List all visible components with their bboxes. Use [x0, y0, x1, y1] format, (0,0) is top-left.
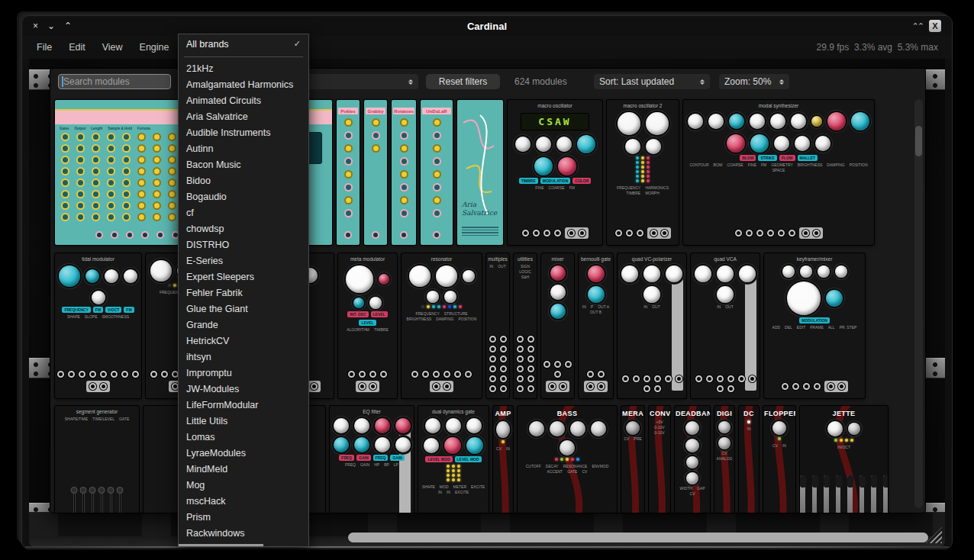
brand-menu-item[interactable]: Expert Sleepers: [179, 269, 308, 285]
rack-horizontal-scrollbar[interactable]: [348, 533, 928, 542]
brand-menu-item[interactable]: Audible Instruments: [179, 125, 308, 141]
module-card[interactable]: DIGICVANALOG: [714, 406, 734, 513]
brand-menu-item[interactable]: 21kHz: [179, 61, 308, 77]
module-card[interactable]: AriaSalvatrice: [457, 100, 503, 245]
module-card[interactable]: meta modulatorINT. OSCLEVELLEVELALGORITH…: [338, 253, 397, 398]
module-card[interactable]: quad VCAINOUT: [691, 253, 760, 398]
brand-menu-item[interactable]: Autinn: [179, 141, 308, 157]
brand-menu-item[interactable]: Little Utils: [179, 414, 308, 430]
module-card[interactable]: FLOPPERCVIN: [763, 406, 795, 513]
module-card[interactable]: EQ filterFREQGAINFREQGAINFREQGAINHPBPLP: [330, 406, 414, 513]
brand-menu-item[interactable]: Prism: [179, 510, 308, 526]
led-indicator: [845, 439, 848, 442]
jack: [400, 231, 408, 239]
param-label: SIGN: [521, 264, 530, 269]
module-title: modal synthesizer: [683, 100, 874, 109]
sort-select[interactable]: Sort: Last updated: [594, 74, 710, 89]
module-card[interactable]: macro oscillator 2FREQUENCYHARMONICSTIMB…: [607, 100, 679, 245]
knob: [791, 114, 806, 129]
brand-menu-item[interactable]: Grande: [179, 317, 308, 333]
zoom-select[interactable]: Zoom: 50%: [719, 74, 789, 89]
module-card[interactable]: resonatorFREQUENCYSTRUCTUREBRIGHTNESSDAM…: [402, 253, 482, 398]
brand-menu-item[interactable]: HetrickCV: [179, 333, 308, 349]
module-title: CONV: [649, 406, 670, 418]
param-label: P: [591, 304, 593, 309]
menu-item-engine[interactable]: Engine: [131, 39, 178, 56]
brand-menu-item[interactable]: cf: [179, 205, 308, 221]
knob: [107, 179, 115, 187]
jack: [500, 375, 507, 382]
module-card[interactable]: segment generatorSHAPE/TIMETIME/LEVELGAT…: [55, 406, 139, 513]
brand-menu-item[interactable]: LifeFormModular: [179, 397, 308, 414]
scrollbar-thumb[interactable]: [915, 126, 922, 156]
knob: [92, 167, 100, 175]
param-label-chip: LEVEL MOD: [425, 456, 452, 462]
module-card[interactable]: DEADBANDWIDTHGAPCV: [675, 406, 710, 513]
module-card[interactable]: JETTEIN/OCT: [800, 406, 888, 513]
module-card[interactable]: UnDuLaR: [421, 100, 453, 245]
knob: [534, 157, 553, 175]
brand-menu-item[interactable]: Glue the Giant: [179, 301, 308, 317]
brand-menu-item[interactable]: E-Series: [179, 253, 308, 269]
knob: [550, 421, 565, 436]
brand-menu-item[interactable]: Bacon Music: [179, 157, 308, 173]
module-card[interactable]: MERACVPRE: [621, 406, 644, 513]
module-card[interactable]: AMPCVIN: [493, 406, 513, 513]
module-card[interactable]: bernoulli gateINPOUT AOUT B: [579, 253, 613, 398]
menu-item-view[interactable]: View: [94, 39, 131, 56]
brand-menu-item[interactable]: ihtsyn: [179, 349, 308, 365]
knob: [625, 139, 640, 154]
brand-menu-item[interactable]: MindMeld: [179, 462, 308, 478]
search-input[interactable]: [58, 74, 171, 89]
module-card[interactable]: utilitiesSIGNLOGICS&H: [514, 253, 537, 398]
browser-vertical-scrollbar[interactable]: [914, 99, 923, 508]
param-label-chip: STRIKE: [758, 155, 776, 161]
brand-menu-item[interactable]: Rackwindows: [179, 526, 308, 542]
brand-menu-item[interactable]: Amalgamated Harmonics: [179, 77, 308, 93]
module-card[interactable]: Grabby: [364, 100, 387, 245]
module-card[interactable]: mixer: [541, 253, 574, 398]
module-card[interactable]: keyframer/mixerMODULATIONADDDELEDITFRAME…: [764, 253, 865, 398]
brand-menu-item[interactable]: Bidoo: [179, 173, 308, 189]
knob: [168, 201, 176, 210]
menu-item-edit[interactable]: Edit: [60, 39, 94, 56]
brand-menu-item[interactable]: Impromptu: [179, 365, 308, 381]
brand-menu-item[interactable]: Bogaudio: [179, 189, 308, 205]
module-card[interactable]: multiplesINOUT: [486, 253, 509, 398]
knob: [92, 213, 100, 221]
knob: [466, 418, 482, 433]
module-card[interactable]: macro oscillatorCSAWTIMBREMODULATIONCOLO…: [508, 100, 602, 245]
module-display: CSAW: [521, 113, 589, 130]
module-card[interactable]: Rotatoes: [392, 100, 416, 245]
knob: [105, 269, 118, 283]
brand-menu-item[interactable]: Animated Circuits: [179, 93, 308, 109]
brand-menu-item[interactable]: DISTRHO: [179, 237, 308, 253]
knob: [550, 266, 566, 281]
slider: [824, 475, 829, 513]
collapse-chevrons-icon[interactable]: ⌃⌃: [912, 21, 923, 31]
module-card[interactable]: BASSCUTOFFDECAYRESONANCEENVMODACCENTGATE…: [518, 406, 617, 513]
module-card[interactable]: CONV+5V0-10V0-10V: [649, 406, 670, 513]
module-card[interactable]: DCIN: [739, 406, 759, 513]
brand-menu-item[interactable]: Aria Salvatrice: [179, 109, 308, 125]
brand-menu-item-selected[interactable]: All brands ✓: [179, 34, 308, 53]
module-card[interactable]: quad VC-polarizerINOUT: [618, 253, 686, 398]
module-card[interactable]: dual dynamics gateLEVEL MODLEVEL MODSHAP…: [418, 406, 489, 513]
brand-menu-item[interactable]: LyraeModules: [179, 446, 308, 462]
reset-filters-button[interactable]: Reset filters: [426, 74, 500, 89]
led-indicator: [636, 179, 639, 182]
brand-menu-item[interactable]: Mog: [179, 478, 308, 494]
module-card[interactable]: Pokles: [337, 100, 360, 245]
module-title: keyframer/mixer: [764, 253, 865, 262]
jack: [89, 383, 96, 390]
menu-item-file[interactable]: File: [28, 39, 60, 56]
jack: [517, 346, 524, 352]
brand-menu-item[interactable]: mscHack: [179, 494, 308, 510]
brand-menu-item[interactable]: JW-Modules: [179, 381, 308, 397]
module-card[interactable]: tidal modulatorFREQUENCYFMV/OCTFMSHAPESL…: [55, 253, 141, 398]
brand-menu-item[interactable]: Fehler Fabrik: [179, 285, 308, 301]
brand-menu-item[interactable]: Lomas: [179, 430, 308, 446]
brand-menu-item[interactable]: chowdsp: [179, 221, 308, 237]
module-card[interactable]: modal synthesizerBLOWSTRIKEFLOWMALLETCON…: [683, 100, 874, 245]
jack: [433, 371, 440, 378]
